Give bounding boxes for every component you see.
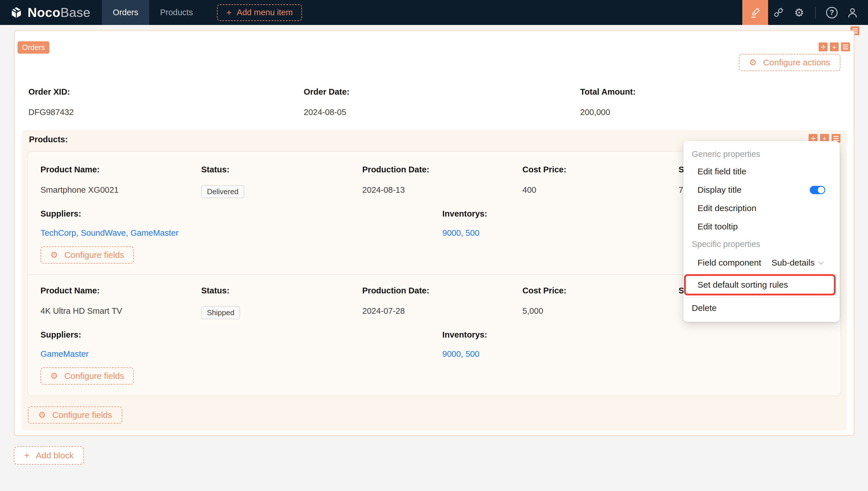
field-label: Product Name: xyxy=(40,286,201,295)
field-value: 2024-08-05 xyxy=(304,108,580,117)
menu-icon xyxy=(843,45,848,49)
ui-editor-toggle-button[interactable] xyxy=(742,0,768,25)
field-total-amount: Total Amount: 200,000 xyxy=(580,87,840,117)
drag-handle-button[interactable] xyxy=(819,42,828,51)
main-menu: Orders Products xyxy=(102,0,204,25)
add-menu-item-button[interactable]: + Add menu item xyxy=(217,4,302,21)
menu-item-orders[interactable]: Orders xyxy=(102,0,149,25)
gear-icon: ⚙ xyxy=(38,411,46,419)
menu-item-products[interactable]: Products xyxy=(149,0,204,25)
field-label: Status: xyxy=(201,286,362,295)
block-settings-menu-button[interactable] xyxy=(841,42,850,51)
plugins-button[interactable] xyxy=(768,0,789,25)
field-production-date: Production Date: 2024-08-13 xyxy=(362,165,522,198)
top-navbar: NocoBase Orders Products + Add menu item xyxy=(0,0,868,25)
field-status: Status: Delivered xyxy=(201,165,362,198)
block-designer-toolbar: + xyxy=(819,42,850,51)
toggle-knob xyxy=(818,187,824,193)
menu-divider xyxy=(683,297,840,298)
field-value: Smartphone XG0021 xyxy=(40,185,201,195)
field-label: Suppliers: xyxy=(40,209,442,219)
help-button[interactable]: ? xyxy=(821,0,842,25)
menu-icon xyxy=(833,136,839,141)
configure-fields-button[interactable]: ⚙ Configure fields xyxy=(40,367,134,384)
user-icon xyxy=(846,7,859,19)
plus-icon: + xyxy=(832,43,836,51)
move-icon xyxy=(810,136,816,141)
move-icon xyxy=(820,44,826,50)
field-label: Suppliers: xyxy=(40,330,442,340)
field-order-date: Order Date: 2024-08-05 xyxy=(304,87,580,117)
field-product-name: Product Name: Smartphone XG0021 xyxy=(40,165,201,198)
navbar-spacer xyxy=(302,0,742,25)
chevron-down-icon xyxy=(818,259,823,264)
highlighter-icon xyxy=(750,7,761,18)
menu-item-edit-field-title[interactable]: Edit field title xyxy=(683,162,840,181)
field-value: 5,000 xyxy=(522,306,679,316)
field-label: Product Name: xyxy=(40,165,201,174)
field-cost-price: Cost Price: 5,000 xyxy=(522,286,679,319)
inventory-links[interactable]: 9000, 500 xyxy=(442,349,840,359)
nocobase-logo[interactable]: NocoBase xyxy=(0,0,102,25)
gear-icon: ⚙ xyxy=(50,372,58,380)
field-suppliers: Suppliers: GameMaster xyxy=(40,330,442,359)
nocobase-cube-icon xyxy=(10,6,23,19)
menu-item-field-component[interactable]: Field component Sub-details xyxy=(683,252,840,273)
field-label: Inventorys: xyxy=(442,330,840,340)
menu-item-edit-description[interactable]: Edit description xyxy=(683,199,840,218)
gear-icon: ⚙ xyxy=(749,58,757,67)
navbar-right-icons: ⚙ ? xyxy=(742,0,868,25)
status-badge: Shipped xyxy=(201,306,240,319)
plus-icon: + xyxy=(24,451,30,460)
field-label: Status: xyxy=(201,165,362,174)
field-label: Order XID: xyxy=(28,87,304,97)
question-circle-icon: ? xyxy=(826,7,838,18)
field-production-date: Production Date: 2024-07-28 xyxy=(362,286,522,319)
field-value: 2024-08-13 xyxy=(362,185,522,195)
menu-item-set-default-sorting-rules[interactable]: Set default sorting rules xyxy=(686,276,834,294)
field-value: 200,000 xyxy=(580,108,840,117)
field-cost-price: Cost Price: 400 xyxy=(522,165,679,198)
field-value: 400 xyxy=(522,185,679,195)
field-component-select[interactable]: Sub-details xyxy=(771,258,823,267)
settings-button[interactable]: ⚙ xyxy=(789,0,809,25)
configure-actions-button[interactable]: ⚙ Configure actions xyxy=(739,54,840,71)
menu-group-generic-properties: Generic properties xyxy=(683,146,840,162)
field-status: Status: Shipped xyxy=(201,286,362,319)
field-order-xid: Order XID: DFG987432 xyxy=(28,87,304,117)
block-collection-badge: Orders xyxy=(18,41,49,54)
menu-item-delete[interactable]: Delete xyxy=(683,299,840,317)
field-value: 2024-07-28 xyxy=(362,306,522,316)
field-label: Production Date: xyxy=(362,286,522,295)
order-fields-row: Order XID: DFG987432 Order Date: 2024-08… xyxy=(15,31,853,117)
highlight-annotation-box: Set default sorting rules xyxy=(684,274,836,295)
navbar-divider xyxy=(815,7,816,19)
add-block-inline-button[interactable]: + xyxy=(830,42,839,51)
plus-icon: + xyxy=(226,8,232,17)
field-suppliers: Suppliers: TechCorp, SoundWave, GameMast… xyxy=(40,209,442,238)
field-label: Cost Price: xyxy=(522,286,679,295)
field-label: Cost Price: xyxy=(522,165,679,174)
plugin-plug-icon xyxy=(773,7,784,18)
configure-fields-button[interactable]: ⚙ Configure fields xyxy=(40,247,134,264)
menu-item-display-title[interactable]: Display title xyxy=(683,181,840,199)
menu-group-specific-properties: Specific properties xyxy=(683,236,840,252)
field-label: Total Amount: xyxy=(580,87,840,97)
status-badge: Delivered xyxy=(201,185,244,198)
field-value: 4K Ultra HD Smart TV xyxy=(40,306,201,316)
field-value: DFG987432 xyxy=(28,108,304,117)
field-inventorys: Inventorys: 9000, 500 xyxy=(442,330,840,359)
product-links-row: Suppliers: GameMaster Inventorys: 9000, … xyxy=(28,330,840,359)
field-settings-context-menu: Generic properties Edit field title Disp… xyxy=(683,141,840,322)
display-title-toggle[interactable] xyxy=(810,186,825,194)
logo-text: NocoBase xyxy=(28,5,90,20)
configure-fields-button-outer[interactable]: ⚙ Configure fields xyxy=(28,406,122,424)
supplier-links[interactable]: TechCorp, SoundWave, GameMaster xyxy=(40,228,442,238)
field-product-name: Product Name: 4K Ultra HD Smart TV xyxy=(40,286,201,319)
add-block-button[interactable]: + Add block xyxy=(14,446,84,465)
supplier-links[interactable]: GameMaster xyxy=(40,349,442,359)
gear-icon: ⚙ xyxy=(50,251,58,259)
field-label: Production Date: xyxy=(362,165,522,174)
user-account-button[interactable] xyxy=(842,0,863,25)
menu-item-edit-tooltip[interactable]: Edit tooltip xyxy=(683,218,840,236)
